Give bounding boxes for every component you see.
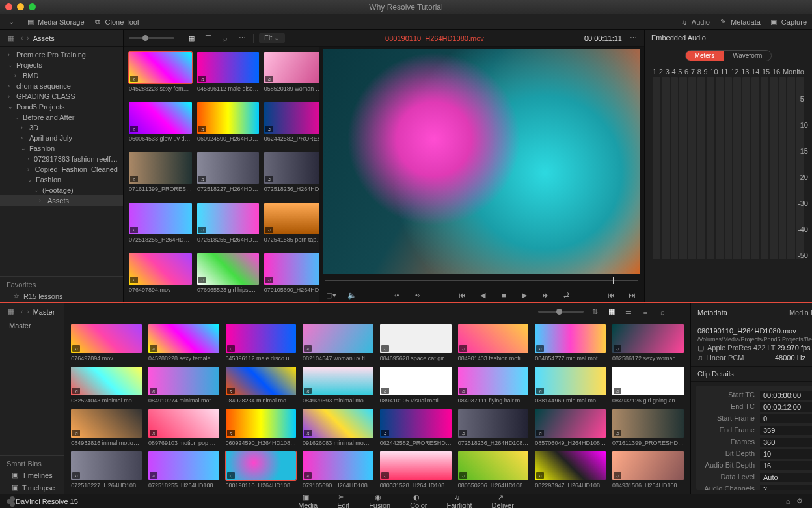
viewer-image[interactable] xyxy=(323,49,640,274)
pool-thumbnail[interactable]: ♫089769103 motion pop … xyxy=(148,409,219,446)
volume-icon[interactable]: 🔈 xyxy=(346,289,358,301)
pool-thumb-slider[interactable] xyxy=(538,311,584,313)
tree-item[interactable]: ⌄Fashion xyxy=(0,175,123,185)
page-fairlight[interactable]: ♫Fairlight xyxy=(446,493,472,508)
audio-button[interactable]: ♫Audio xyxy=(680,18,710,26)
pool-thumbnail[interactable]: ♫082293947_H264HD108… xyxy=(535,451,606,488)
tree-item[interactable]: ⌄Before and After xyxy=(0,112,123,122)
capture-button[interactable]: ▣Capture xyxy=(770,18,807,26)
pool-thumbnail[interactable]: ♫080550206_H264HD108… xyxy=(458,451,529,488)
loop-icon[interactable]: ⇄ xyxy=(560,289,572,301)
tree-item[interactable]: ⌄Pond5 Projects xyxy=(0,102,123,112)
pool-grid-icon[interactable]: ▦ xyxy=(606,306,617,318)
pool-thumbnail[interactable]: ♫084854777 minimal mot… xyxy=(535,324,606,361)
viewer-options-icon[interactable]: ⋯ xyxy=(627,33,639,44)
pool-options-icon[interactable]: ⋯ xyxy=(673,306,685,318)
tree-item[interactable]: ⌄Projects xyxy=(0,60,123,70)
clip-thumbnail[interactable]: ♫076497894.mov xyxy=(129,253,192,297)
pool-thumbnail[interactable]: ♫084910274 minimal mot… xyxy=(148,367,219,404)
thumbnail-size-slider[interactable] xyxy=(129,37,174,39)
tree-item[interactable]: ›3D xyxy=(0,122,123,133)
settings-icon[interactable]: ⚙ xyxy=(794,496,805,507)
detail-value[interactable]: 0 xyxy=(760,414,812,423)
tree-item[interactable]: ›GRADING CLASS xyxy=(0,91,123,102)
sidebar-layout-icon[interactable]: ▦ xyxy=(5,33,17,44)
prev-clip-icon[interactable]: ⏮ xyxy=(605,289,617,301)
clip-thumbnail[interactable]: ♫072518255_H264HD… xyxy=(197,203,259,247)
page-fusion[interactable]: ◉Fusion xyxy=(369,493,390,508)
play-icon[interactable]: ▶ xyxy=(519,289,530,301)
match-frame-icon[interactable]: ▢▾ xyxy=(325,289,337,301)
home-icon[interactable]: ⌂ xyxy=(782,496,794,507)
metadata-tab[interactable]: Media Pool xyxy=(789,309,812,317)
options-icon[interactable]: ⋯ xyxy=(236,33,248,44)
viewer-scrubber[interactable] xyxy=(325,276,638,285)
pool-thumbnail[interactable]: ♫082586172 sexy woman… xyxy=(612,324,684,361)
tree-item[interactable]: ›Assets xyxy=(0,195,123,206)
pool-thumbnail[interactable]: ♫084937111 flying hair.m… xyxy=(458,367,529,404)
pool-list-icon[interactable]: ☰ xyxy=(623,306,634,318)
pool-thumbnail[interactable]: ♫072518227_H264HD108… xyxy=(71,451,142,488)
clip-thumbnail[interactable]: ♫058520189 woman … xyxy=(264,52,319,96)
pool-thumbnail[interactable]: ♫076497894.mov xyxy=(71,324,142,361)
pool-thumbnail[interactable]: ♫084695628 space cat gir… xyxy=(380,324,452,361)
media-storage-button[interactable]: ▤Media Storage xyxy=(26,18,85,26)
mark-in-icon[interactable]: ‹• xyxy=(391,289,403,301)
pool-thumbnail[interactable]: ♫072518236_H264HD108… xyxy=(458,409,529,446)
pool-thumbnail[interactable]: ♫080190110_H264HD108… xyxy=(226,451,297,488)
pool-thumbnail[interactable]: ♫084931586_H264HD108… xyxy=(612,451,684,488)
clip-thumbnail[interactable]: ♫045288228 sexy fem… xyxy=(129,52,192,96)
clip-thumbnail[interactable]: ♫076965523 girl hipst… xyxy=(197,253,259,297)
pool-thumbnail[interactable]: ♫062442582_PRORESHD… xyxy=(380,409,452,446)
smart-bin-timelapse[interactable]: ▣Timelapse xyxy=(0,481,64,494)
tree-item[interactable]: ›Premiere Pro Training xyxy=(0,49,123,60)
favorite-item[interactable]: ☆R15 lessons xyxy=(0,290,123,302)
detail-value[interactable]: 360 xyxy=(760,438,812,447)
sort-icon[interactable]: ⇅ xyxy=(589,306,601,318)
pool-thumbnail[interactable]: ♫082524043 minimal mo… xyxy=(71,367,142,404)
pool-thumbnail[interactable]: ♫085706049_H264HD108… xyxy=(535,409,606,446)
clip-thumbnail[interactable]: ♫072541585 porn tap… xyxy=(264,203,319,247)
pool-thumbnail[interactable]: ♫084901403 fashion moti… xyxy=(458,324,529,361)
clip-thumbnail[interactable]: ♫060924590_H264HD… xyxy=(197,102,259,146)
clip-thumbnail[interactable]: ♫072518227_H264HD… xyxy=(197,152,259,196)
last-frame-icon[interactable]: ⏭ xyxy=(539,289,551,301)
grid-view-icon[interactable]: ▦ xyxy=(185,33,197,44)
page-deliver[interactable]: ↗Deliver xyxy=(492,493,514,508)
metadata-button[interactable]: ✎Metadata xyxy=(719,18,761,26)
tree-item[interactable]: ›072917363 fashion reelf… xyxy=(0,154,123,164)
app-logo[interactable]: DaVinci Resolve 15 xyxy=(7,498,78,505)
fit-selector[interactable]: Fit ⌄ xyxy=(259,33,285,43)
clip-thumbnail[interactable]: ♫072518255_H264HD… xyxy=(129,203,192,247)
tree-item[interactable]: ›BMD xyxy=(0,70,123,81)
pool-thumbnail[interactable]: ♫082104547 woman uv fl… xyxy=(303,324,373,361)
nav-back-icon[interactable]: ‹ xyxy=(21,35,23,42)
tree-item[interactable]: ⌄(Footage) xyxy=(0,185,123,195)
tree-item[interactable]: ›Copied_Fashion_Cleaned xyxy=(0,164,123,175)
list-view-icon[interactable]: ☰ xyxy=(202,33,214,44)
pool-layout-icon[interactable]: ▦ xyxy=(5,306,17,318)
detail-value[interactable]: 359 xyxy=(760,426,812,435)
clone-tool-button[interactable]: ⧉Clone Tool xyxy=(94,18,139,26)
detail-value[interactable]: 00:00:12:00 xyxy=(760,402,812,412)
detail-value[interactable]: 2 xyxy=(760,485,812,490)
pool-forward-icon[interactable]: › xyxy=(27,308,29,315)
tree-item[interactable]: ⌄Fashion xyxy=(0,143,123,154)
tree-item[interactable]: ›April and July xyxy=(0,133,123,143)
pool-strip-icon[interactable]: ≡ xyxy=(640,306,651,318)
pool-thumbnail[interactable]: ♫045288228 sexy female … xyxy=(148,324,219,361)
play-reverse-icon[interactable]: ◀ xyxy=(477,289,489,301)
next-clip-icon[interactable]: ⏭ xyxy=(626,289,638,301)
pool-thumbnail[interactable]: ♫071611399_PRORESHD… xyxy=(612,409,684,446)
pool-thumbnail[interactable]: ♫084937126 girl going an… xyxy=(612,367,684,404)
pool-thumbnail[interactable]: ♫079105690_H264HD108… xyxy=(303,451,373,488)
workspace-menu-icon[interactable]: ⌄ xyxy=(5,16,17,28)
detail-value[interactable]: 16 xyxy=(760,461,812,470)
page-edit[interactable]: ✂Edit xyxy=(337,493,349,508)
pool-back-icon[interactable]: ‹ xyxy=(21,308,23,315)
bin-master[interactable]: Master xyxy=(0,320,64,331)
waveform-tab[interactable]: Waveform xyxy=(724,51,771,61)
pool-thumbnail[interactable]: ♫045396112 male disco u… xyxy=(226,324,297,361)
first-frame-icon[interactable]: ⏮ xyxy=(456,289,468,301)
page-media[interactable]: ▣Media xyxy=(298,493,318,508)
